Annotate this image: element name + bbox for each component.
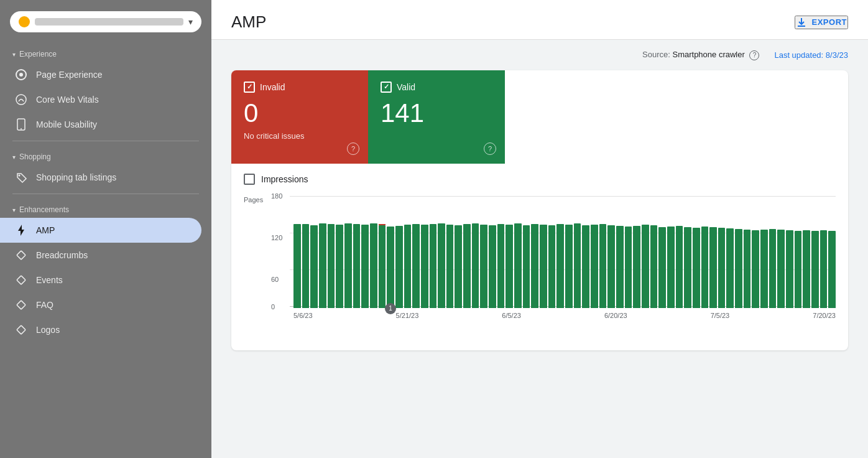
bar-green bbox=[718, 228, 726, 308]
page-title: AMP bbox=[231, 12, 266, 32]
bar-wrapper bbox=[676, 196, 683, 308]
valid-number: 141 bbox=[381, 100, 492, 126]
bar-wrapper bbox=[523, 196, 530, 308]
sidebar-item-core-web-vitals[interactable]: Core Web Vitals bbox=[0, 87, 201, 112]
sidebar: ▾ ▾ Experience Page Experience Core Web … bbox=[0, 0, 211, 458]
bar-green bbox=[412, 224, 420, 308]
bar-wrapper bbox=[514, 196, 522, 308]
valid-header: Valid bbox=[381, 82, 492, 93]
y-tick-0: 0 bbox=[271, 303, 275, 311]
impressions-checkbox[interactable] bbox=[244, 174, 255, 185]
invalid-description: No critical issues bbox=[244, 131, 356, 141]
bar-wrapper bbox=[642, 196, 649, 308]
bar-wrapper bbox=[769, 196, 777, 308]
bar-green bbox=[803, 230, 810, 308]
bar-green bbox=[497, 224, 505, 308]
bar-wrapper bbox=[455, 196, 462, 308]
x-axis: 5/6/23 5/21/23 6/5/23 6/20/23 7/5/23 7/2… bbox=[293, 312, 836, 322]
bar-wrapper bbox=[438, 196, 445, 308]
bar-green bbox=[514, 223, 522, 308]
bar-wrapper bbox=[795, 196, 802, 308]
bar-green bbox=[735, 229, 742, 308]
bar-wrapper bbox=[616, 196, 624, 308]
bar-green bbox=[310, 225, 318, 308]
sidebar-item-mobile-usability[interactable]: Mobile Usability bbox=[0, 112, 201, 137]
sidebar-item-logos[interactable]: Logos bbox=[0, 317, 201, 342]
bar-green bbox=[556, 224, 564, 308]
bar-green bbox=[506, 225, 513, 308]
bar-green bbox=[591, 225, 598, 308]
invalid-header: Invalid bbox=[244, 82, 356, 93]
source-bar: Source: Smartphone crawler ? Last update… bbox=[231, 50, 848, 60]
svg-rect-8 bbox=[17, 301, 25, 309]
invalid-help-icon[interactable]: ? bbox=[347, 143, 359, 155]
bar-green bbox=[633, 226, 640, 308]
bar-green bbox=[395, 226, 403, 308]
svg-rect-9 bbox=[17, 325, 25, 334]
bar-wrapper bbox=[430, 196, 437, 308]
tag-icon bbox=[15, 171, 27, 184]
gauge-icon bbox=[15, 93, 27, 106]
bar-wrapper bbox=[574, 196, 581, 308]
bar-wrapper bbox=[293, 196, 301, 308]
bar-green bbox=[693, 228, 700, 308]
invalid-number: 0 bbox=[244, 100, 356, 126]
bar-green bbox=[548, 225, 556, 308]
bars-container: 1 bbox=[293, 196, 836, 308]
bar-green bbox=[574, 223, 581, 308]
bar-wrapper bbox=[693, 196, 700, 308]
bar-green bbox=[625, 227, 632, 308]
y-tick-60: 60 bbox=[271, 276, 279, 283]
sidebar-item-faq[interactable]: FAQ bbox=[0, 292, 201, 317]
bar-wrapper bbox=[752, 196, 759, 308]
bar-green bbox=[607, 225, 615, 308]
bar-green bbox=[667, 227, 675, 308]
bar-wrapper bbox=[726, 196, 734, 308]
site-selector[interactable]: ▾ bbox=[10, 11, 201, 32]
bar-green bbox=[404, 225, 412, 308]
export-button[interactable]: EXPORT bbox=[795, 16, 848, 29]
sidebar-item-amp[interactable]: AMP bbox=[0, 218, 201, 243]
bar-wrapper bbox=[786, 196, 793, 308]
sidebar-item-events[interactable]: Events bbox=[0, 268, 201, 292]
bar-wrapper bbox=[718, 196, 726, 308]
bar-wrapper bbox=[344, 196, 352, 308]
chevron-down-icon: ▾ bbox=[188, 17, 193, 27]
sidebar-item-breadcrumbs[interactable]: Breadcrumbs bbox=[0, 243, 201, 268]
content-area: Source: Smartphone crawler ? Last update… bbox=[211, 40, 868, 458]
section-enhancements: ▾ Enhancements bbox=[0, 198, 211, 218]
invalid-checkbox-icon bbox=[244, 82, 255, 93]
bar-green bbox=[599, 224, 607, 308]
bar-wrapper bbox=[370, 196, 377, 308]
bar-wrapper bbox=[599, 196, 607, 308]
x-tick-5: 7/5/23 bbox=[711, 312, 730, 319]
impressions-label: Impressions bbox=[261, 174, 308, 184]
main-content-area: AMP EXPORT Source: Smartphone crawler ? … bbox=[211, 0, 868, 458]
data-point-marker: 1 bbox=[385, 303, 396, 314]
sidebar-item-shopping-tab[interactable]: Shopping tab listings bbox=[0, 165, 201, 190]
divider bbox=[12, 194, 199, 194]
y-tick-120: 120 bbox=[271, 234, 282, 241]
bar-green bbox=[786, 230, 793, 308]
bar-wrapper bbox=[480, 196, 487, 308]
diamond-icon bbox=[15, 249, 27, 261]
bar-wrapper bbox=[803, 196, 810, 308]
y-tick-180: 180 bbox=[271, 192, 282, 200]
bar-green bbox=[353, 224, 361, 308]
bar-wrapper bbox=[328, 196, 335, 308]
bar-wrapper bbox=[319, 196, 326, 308]
bar-wrapper bbox=[709, 196, 717, 308]
chevron-icon: ▾ bbox=[12, 154, 16, 161]
bar-wrapper bbox=[650, 196, 658, 308]
bar-green bbox=[769, 229, 777, 308]
bar-green bbox=[676, 226, 683, 308]
bar-green bbox=[293, 224, 301, 308]
bar-wrapper bbox=[820, 196, 828, 308]
valid-help-icon[interactable]: ? bbox=[484, 143, 496, 155]
sidebar-item-page-experience[interactable]: Page Experience bbox=[0, 62, 201, 87]
bar-green bbox=[650, 225, 658, 308]
bar-wrapper bbox=[828, 196, 836, 308]
x-tick-6: 7/20/23 bbox=[813, 312, 836, 319]
source-help-icon[interactable]: ? bbox=[749, 50, 759, 60]
section-experience: ▾ Experience bbox=[0, 42, 211, 62]
